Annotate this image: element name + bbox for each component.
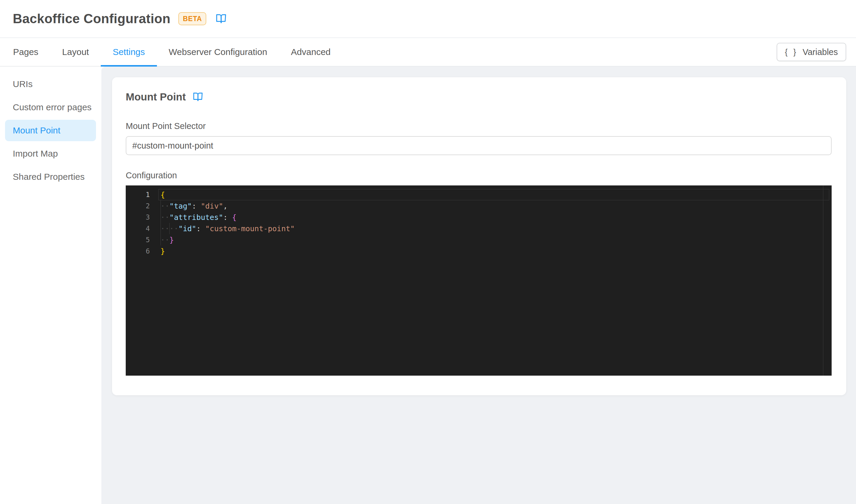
variables-button[interactable]: { } Variables	[777, 43, 846, 61]
tab-settings[interactable]: Settings	[101, 38, 157, 66]
configuration-label: Configuration	[126, 170, 832, 180]
main-tabbar: PagesLayoutSettingsWebserver Configurati…	[0, 38, 856, 67]
sidebar-item-custom-error-pages[interactable]: Custom error pages	[5, 96, 96, 118]
mount-point-selector-input[interactable]	[126, 136, 832, 155]
settings-sidebar: URIsCustom error pagesMount PointImport …	[0, 67, 101, 504]
mount-point-card: Mount Point Mount Point Selector Configu…	[112, 77, 846, 395]
variables-button-label: Variables	[802, 47, 838, 57]
code-line-4: 4····"id": "custom-mount-point"	[126, 223, 832, 234]
line-number: 2	[126, 202, 160, 210]
backoffice-configuration-page: Backoffice Configuration BETA PagesLayou…	[0, 0, 856, 504]
mount-point-selector-label: Mount Point Selector	[126, 121, 832, 131]
sidebar-item-import-map[interactable]: Import Map	[5, 143, 96, 164]
code-editor[interactable]: 1{2··"tag": "div",3··"attributes": {4···…	[126, 185, 832, 376]
tab-webserver-configuration[interactable]: Webserver Configuration	[157, 38, 279, 66]
section-title-row: Mount Point	[126, 91, 832, 103]
braces-icon: { }	[785, 48, 798, 57]
code-text: ··}	[160, 236, 174, 244]
docs-book-icon[interactable]	[216, 13, 227, 24]
code-text: ··"attributes": {	[160, 213, 236, 222]
section-docs-book-icon[interactable]	[193, 92, 203, 102]
code-text: ··"tag": "div",	[160, 202, 228, 211]
tab-layout[interactable]: Layout	[50, 38, 101, 66]
line-number: 6	[126, 247, 160, 255]
main-content: Mount Point Mount Point Selector Configu…	[101, 67, 856, 504]
tab-advanced[interactable]: Advanced	[279, 38, 342, 66]
line-number: 3	[126, 213, 160, 221]
line-number: 4	[126, 225, 160, 232]
page-body: URIsCustom error pagesMount PointImport …	[0, 67, 856, 504]
page-title: Backoffice Configuration	[13, 11, 170, 26]
sidebar-item-mount-point[interactable]: Mount Point	[5, 120, 96, 141]
tab-pages[interactable]: Pages	[1, 38, 50, 66]
code-line-2: 2··"tag": "div",	[126, 200, 832, 212]
code-text: ····"id": "custom-mount-point"	[160, 224, 295, 233]
code-line-1: 1{	[126, 189, 832, 200]
line-number: 5	[126, 236, 160, 244]
code-line-3: 3··"attributes": {	[126, 212, 832, 223]
code-text: {	[160, 191, 165, 199]
sidebar-item-shared-properties[interactable]: Shared Properties	[5, 166, 96, 187]
editor-scrollbar-divider	[823, 185, 823, 376]
section-title: Mount Point	[126, 91, 186, 103]
code-line-5: 5··}	[126, 234, 832, 246]
code-text: }	[160, 247, 165, 255]
line-number: 1	[126, 191, 160, 198]
beta-badge: BETA	[178, 12, 206, 25]
page-header: Backoffice Configuration BETA	[0, 0, 856, 38]
current-line-highlight	[158, 189, 829, 200]
code-line-6: 6}	[126, 246, 832, 257]
sidebar-item-uris[interactable]: URIs	[5, 73, 96, 95]
